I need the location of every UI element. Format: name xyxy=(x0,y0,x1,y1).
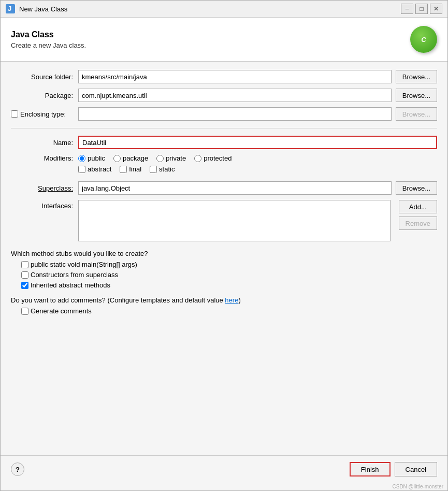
main-method-checkbox-label[interactable]: public static void main(String[] args) xyxy=(21,261,437,268)
public-radio-label[interactable]: public xyxy=(78,154,105,162)
method-stubs-section: Which method stubs would you like to cre… xyxy=(11,250,437,289)
finish-button[interactable]: Finish xyxy=(350,462,391,476)
abstract-checkbox[interactable] xyxy=(78,166,85,173)
dialog-title: Java Class xyxy=(11,30,86,39)
app-icon: J xyxy=(6,4,15,13)
title-bar-left: J New Java Class xyxy=(6,4,67,13)
static-checkbox-label[interactable]: static xyxy=(150,165,175,173)
modifiers-row: Modifiers: public package private xyxy=(11,154,437,176)
help-button[interactable]: ? xyxy=(11,463,24,476)
source-folder-input[interactable] xyxy=(78,70,392,83)
abstract-checkbox-label[interactable]: abstract xyxy=(78,165,111,173)
package-label: Package: xyxy=(11,92,78,99)
constructors-checkbox[interactable] xyxy=(21,271,28,279)
superclass-browse-button[interactable]: Browse... xyxy=(396,181,437,195)
modifiers-label: Modifiers: xyxy=(11,154,78,162)
enclosing-type-label: Enclosing type: xyxy=(11,110,78,118)
superclass-row: Superclass: Browse... xyxy=(11,181,437,195)
static-checkbox[interactable] xyxy=(150,166,157,173)
modifiers-radio-row: public package private protected xyxy=(78,154,232,162)
superclass-input[interactable] xyxy=(78,181,392,195)
java-logo: C xyxy=(410,26,437,53)
source-folder-row: Source folder: Browse... xyxy=(11,70,437,83)
constructors-checkbox-label[interactable]: Constructors from superclass xyxy=(21,271,437,279)
name-input[interactable] xyxy=(78,136,437,149)
generate-comments-checkbox[interactable] xyxy=(21,308,28,315)
source-folder-browse-button[interactable]: Browse... xyxy=(396,70,437,83)
enclosing-type-checkbox-label[interactable]: Enclosing type: xyxy=(11,110,73,118)
source-folder-label: Source folder: xyxy=(11,73,78,81)
protected-radio-label[interactable]: protected xyxy=(194,154,232,162)
final-checkbox[interactable] xyxy=(120,166,127,173)
footer-section: ? Finish Cancel xyxy=(1,455,447,483)
dialog-subtitle: Create a new Java class. xyxy=(11,41,86,49)
separator-1 xyxy=(11,128,437,128)
comments-title: Do you want to add comments? (Configure … xyxy=(11,296,437,304)
minimize-button[interactable]: – xyxy=(401,4,413,14)
package-radio-label[interactable]: package xyxy=(113,154,148,162)
main-method-checkbox[interactable] xyxy=(21,261,28,268)
inherited-checkbox-label[interactable]: Inherited abstract methods xyxy=(21,281,437,289)
footer-buttons: Finish Cancel xyxy=(350,462,437,476)
name-label: Name: xyxy=(11,139,78,147)
maximize-button[interactable]: □ xyxy=(415,4,428,14)
name-row: Name: xyxy=(11,136,437,149)
superclass-label: Superclass: xyxy=(11,184,78,192)
package-input[interactable] xyxy=(78,89,392,102)
watermark: CSDN @little-monster xyxy=(1,483,447,490)
content-section: Source folder: Browse... Package: Browse… xyxy=(1,62,447,455)
title-controls: – □ ✕ xyxy=(401,4,442,14)
private-radio-label[interactable]: private xyxy=(156,154,186,162)
comments-here-link[interactable]: here xyxy=(225,296,238,304)
protected-radio[interactable] xyxy=(194,155,201,162)
modifiers-options: public package private protected xyxy=(78,154,232,176)
comments-options: Generate comments xyxy=(21,307,437,315)
enclosing-type-input[interactable] xyxy=(78,107,392,121)
modifiers-checkbox-row: abstract final static xyxy=(78,165,232,173)
interfaces-buttons: Add... Remove xyxy=(395,200,437,230)
close-button[interactable]: ✕ xyxy=(430,4,442,14)
interfaces-section: Interfaces: Add... Remove xyxy=(11,200,437,241)
method-stubs-title: Which method stubs would you like to cre… xyxy=(11,250,437,257)
interfaces-add-button[interactable]: Add... xyxy=(399,200,437,213)
header-section: Java Class Create a new Java class. C xyxy=(1,18,447,62)
window-title: New Java Class xyxy=(19,5,67,13)
generate-comments-checkbox-label[interactable]: Generate comments xyxy=(21,307,437,315)
package-row: Package: Browse... xyxy=(11,89,437,102)
enclosing-type-checkbox[interactable] xyxy=(11,110,18,118)
cancel-button[interactable]: Cancel xyxy=(395,462,437,476)
interfaces-label: Interfaces: xyxy=(11,200,78,210)
enclosing-type-browse-button[interactable]: Browse... xyxy=(396,107,437,121)
public-radio[interactable] xyxy=(78,155,85,162)
comments-section: Do you want to add comments? (Configure … xyxy=(11,296,437,315)
inherited-checkbox[interactable] xyxy=(21,282,28,289)
dialog-window: J New Java Class – □ ✕ Java Class Create… xyxy=(0,0,448,491)
interfaces-remove-button[interactable]: Remove xyxy=(399,216,437,230)
enclosing-type-row: Enclosing type: Browse... xyxy=(11,107,437,121)
final-checkbox-label[interactable]: final xyxy=(120,165,141,173)
method-stubs-options: public static void main(String[] args) C… xyxy=(21,261,437,289)
package-browse-button[interactable]: Browse... xyxy=(396,89,437,102)
title-bar: J New Java Class – □ ✕ xyxy=(1,1,447,18)
package-radio[interactable] xyxy=(113,155,121,162)
svg-text:J: J xyxy=(8,5,11,12)
interfaces-textarea[interactable] xyxy=(78,200,391,241)
header-text: Java Class Create a new Java class. xyxy=(11,30,86,49)
private-radio[interactable] xyxy=(156,155,164,162)
